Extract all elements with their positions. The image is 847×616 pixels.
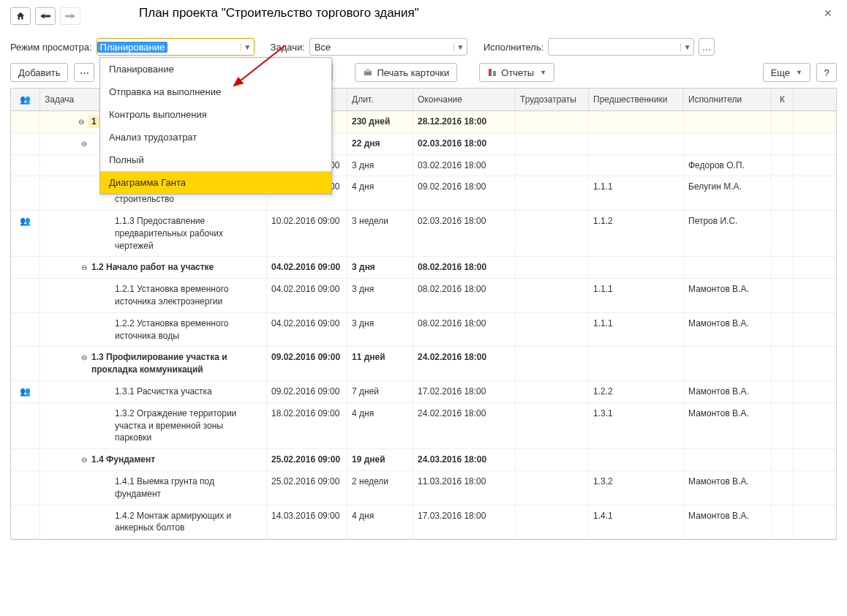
start-cell: 04.02.2016 09:00 xyxy=(267,313,347,347)
dropdown-item[interactable]: Отправка на выполнение xyxy=(100,80,331,103)
labor-cell xyxy=(516,347,589,380)
task-cell: 1.1.3 Предоставление предварительных раб… xyxy=(40,211,267,256)
table-row[interactable]: 1.3.2 Ограждение территории участка и вр… xyxy=(11,403,836,449)
col-duration[interactable]: Длит. xyxy=(347,89,413,110)
task-cell: 1.4.1 Выемка грунта под фундамент xyxy=(40,471,267,505)
k-cell xyxy=(772,313,794,347)
duration-cell: 2 недели xyxy=(347,471,413,505)
row-icon-cell xyxy=(11,506,40,539)
k-cell xyxy=(772,257,794,278)
k-cell xyxy=(772,133,794,154)
k-cell xyxy=(772,506,794,539)
duration-cell: 3 недели xyxy=(347,211,413,256)
back-button[interactable] xyxy=(35,7,56,25)
end-cell: 08.02.2016 18:00 xyxy=(413,257,516,278)
start-cell: 04.02.2016 09:00 xyxy=(267,257,347,278)
people-icon: 👥 xyxy=(20,386,31,397)
table-row[interactable]: 1.4.1 Выемка грунта под фундамент25.02.2… xyxy=(11,471,836,506)
row-icon-cell xyxy=(11,471,40,505)
duration-cell: 4 дня xyxy=(347,176,413,210)
table-row[interactable]: 1.4.2 Монтаж армирующих и анкерных болто… xyxy=(11,506,836,540)
collapse-icon[interactable]: ⊖ xyxy=(78,353,87,363)
collapse-icon[interactable]: ⊖ xyxy=(78,455,87,465)
predecessors-cell: 1.3.2 xyxy=(589,471,684,505)
dropdown-item[interactable]: Планирование xyxy=(100,58,331,80)
predecessors-cell: 1.1.1 xyxy=(589,313,684,347)
task-text: 1.4.2 Монтаж армирующих и анкерных болто… xyxy=(115,510,262,535)
page-title: План проекта "Строительство торгового зд… xyxy=(139,6,419,20)
duration-cell: 230 дней xyxy=(347,111,413,132)
menu-button-1[interactable]: ⋯ xyxy=(74,63,94,82)
end-cell: 17.03.2016 18:00 xyxy=(413,506,516,539)
table-row[interactable]: 1.2.2 Установка временного источника вод… xyxy=(11,313,836,348)
start-cell: 25.02.2016 09:00 xyxy=(267,449,347,470)
col-executors[interactable]: Исполнители xyxy=(684,89,772,110)
labor-cell xyxy=(516,133,589,154)
row-icon-cell xyxy=(11,449,40,470)
start-cell: 09.02.2016 09:00 xyxy=(267,381,347,402)
mode-dropdown: Планирование Отправка на выполнение Конт… xyxy=(99,57,332,195)
add-button[interactable]: Добавить xyxy=(10,63,68,82)
k-cell xyxy=(772,471,794,505)
end-cell: 24.02.2016 18:00 xyxy=(413,403,516,448)
help-button[interactable]: ? xyxy=(816,63,837,82)
row-icon-cell xyxy=(11,313,40,347)
mode-select[interactable]: Планирование ▼ xyxy=(97,38,255,56)
col-k[interactable]: К xyxy=(772,89,794,110)
start-cell: 09.02.2016 09:00 xyxy=(267,347,347,380)
row-icon-cell xyxy=(11,403,40,448)
executors-cell xyxy=(684,449,772,470)
executor-picker-button[interactable]: … xyxy=(699,38,715,56)
dropdown-item-highlighted[interactable]: Диаграмма Ганта xyxy=(100,171,331,194)
tasks-select[interactable]: Все ▼ xyxy=(309,38,467,56)
table-row[interactable]: ⊖1.3 Профилирование участка и прокладка … xyxy=(11,347,836,381)
executor-select[interactable]: ▼ xyxy=(548,38,694,56)
table-row[interactable]: ⊖1.2 Начало работ на участке04.02.2016 0… xyxy=(11,257,836,279)
row-icon-cell: 👥 xyxy=(11,381,40,402)
home-button[interactable] xyxy=(10,7,31,25)
collapse-icon[interactable]: ⊖ xyxy=(75,117,84,127)
reports-button[interactable]: Отчеты ▼ xyxy=(479,63,554,82)
col-end[interactable]: Окончание xyxy=(413,89,516,110)
more-button[interactable]: Еще▼ xyxy=(763,63,810,82)
end-cell: 09.02.2016 18:00 xyxy=(413,176,516,210)
table-row[interactable]: 👥1.1.3 Предоставление предварительных ра… xyxy=(11,211,836,257)
task-text: 1.2.2 Установка временного источника вод… xyxy=(115,318,262,342)
end-cell: 24.02.2016 18:00 xyxy=(413,347,516,380)
executors-cell xyxy=(684,133,772,154)
duration-cell: 19 дней xyxy=(347,449,413,470)
dropdown-item[interactable]: Анализ трудозатрат xyxy=(100,126,331,149)
close-button[interactable]: ✕ xyxy=(824,7,832,19)
dropdown-item[interactable]: Контроль выполнения xyxy=(100,103,331,126)
predecessors-cell xyxy=(589,449,684,470)
collapse-icon[interactable]: ⊖ xyxy=(78,139,87,149)
mode-label: Режим просмотра: xyxy=(10,42,92,53)
labor-cell xyxy=(516,257,589,278)
people-icon: 👥 xyxy=(20,94,31,105)
end-cell: 08.02.2016 18:00 xyxy=(413,313,516,347)
labor-cell xyxy=(516,506,589,539)
table-row[interactable]: ⊖1.4 Фундамент25.02.2016 09:0019 дней24.… xyxy=(11,449,836,471)
duration-cell: 22 дня xyxy=(347,133,413,154)
predecessors-cell: 1.1.1 xyxy=(589,279,684,312)
row-icon-cell xyxy=(11,111,40,132)
table-row[interactable]: 1.2.1 Установка временного источника эле… xyxy=(11,279,836,313)
print-card-button[interactable]: Печать карточки xyxy=(355,63,457,82)
labor-cell xyxy=(516,403,589,448)
end-cell: 28.12.2016 18:00 xyxy=(413,111,516,132)
executors-cell: Мамонтов В.А. xyxy=(684,313,772,347)
col-icon[interactable]: 👥 xyxy=(11,89,40,110)
table-row[interactable]: 👥1.3.1 Расчистка участка09.02.2016 09:00… xyxy=(11,381,836,403)
executors-cell: Федоров О.П. xyxy=(684,155,772,176)
forward-button[interactable] xyxy=(60,7,80,25)
k-cell xyxy=(772,211,794,256)
predecessors-cell xyxy=(589,347,684,380)
dropdown-item[interactable]: Полный xyxy=(100,149,331,171)
executors-cell: Белугин М.А. xyxy=(684,176,772,210)
task-text: 1.3.2 Ограждение территории участка и вр… xyxy=(115,407,262,444)
collapse-icon[interactable]: ⊖ xyxy=(78,263,87,273)
executor-label: Исполнитель: xyxy=(483,42,543,53)
col-labor[interactable]: Трудозатраты xyxy=(516,89,589,110)
svg-rect-2 xyxy=(366,69,370,72)
col-predecessors[interactable]: Предшественники xyxy=(589,89,684,110)
